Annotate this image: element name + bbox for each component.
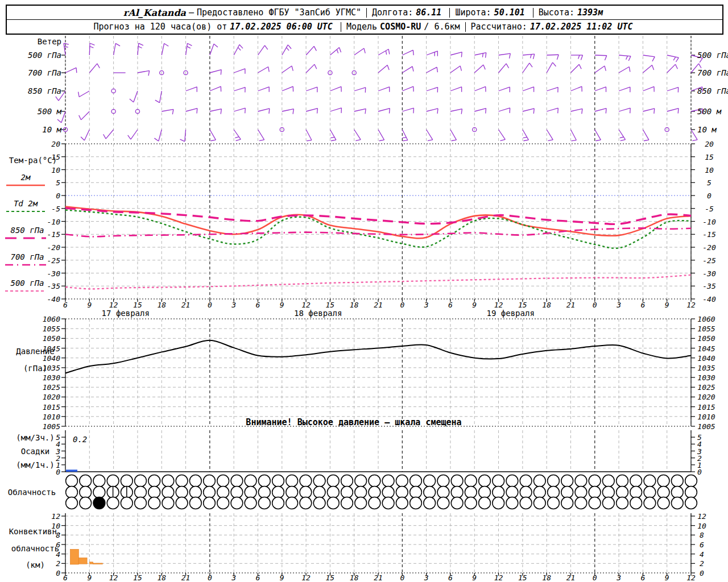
wind-barb-icon [210,109,222,111]
wind-barb-icon [378,49,388,56]
cloud-symbol-open [204,475,216,487]
hour-label: 3 [617,573,621,582]
wind-level-label-850hpa: 850 гПа [28,86,61,95]
wind-barb-icon [643,86,654,91]
wind-barb-icon [354,130,361,140]
cloud-symbol-open [66,497,78,509]
wind-barb-icon [402,130,408,140]
wind-barb-feather [81,137,84,140]
conv-axis-label: 8 [56,531,60,539]
wind-barb-icon [159,130,162,141]
precip-bar [66,469,77,472]
wind-barb-icon [402,108,413,111]
cloud-symbol-open [657,475,669,487]
cloud-symbol-open [479,497,491,509]
wind-barb-icon [427,130,433,140]
precip-units-3h: (мм/3ч.) [16,433,54,442]
wind-level-label-850hpa-right: 850 гПа [697,86,728,95]
wind-barb-icon [499,53,511,55]
wind-barb-feather [287,48,289,51]
wind-barb-icon [282,45,288,55]
cloud-symbol-open [506,487,518,498]
wind-barb-icon [354,48,364,55]
day-label: 18 февраля [294,309,342,318]
wind-level-label-500m-right: 500 м [697,107,721,116]
cloud-symbol-open [671,497,683,509]
conv-axis-label: 0 [700,569,704,577]
wind-barb-feather [365,109,366,114]
wind-barb-feather [115,43,120,46]
cloud-symbol-open [327,487,339,498]
cloud-symbol-open [204,487,216,498]
wind-barb-icon [234,44,239,55]
temp-axis-label: -5 [51,204,60,213]
wind-barb-icon [547,130,553,140]
wind-level-label-10m: 10 м [42,125,61,134]
hour-label: 9 [87,301,92,309]
wind-barb-icon [427,51,438,55]
wind-barb-icon [306,130,312,140]
wind-barb-icon [354,88,366,91]
wind-barb-icon [330,86,341,91]
cloud-symbol-open [396,475,408,487]
hour-label: 18 [542,301,551,309]
cloud-symbol-open [410,475,422,487]
cloud-symbol-open [548,487,560,498]
cloud-symbol-open [135,487,147,498]
cloud-symbol-open [231,497,243,509]
wind-barb-icon [402,50,413,55]
wind-barb-icon [160,91,162,103]
cloud-symbol-open [396,487,408,498]
cloud-symbol-open [533,487,545,498]
wind-barb-icon [474,86,486,91]
day-label: 19 февраля [487,309,535,318]
wind-barb-feather [269,109,270,114]
wind-barb-feather [317,109,318,114]
cloud-symbol-open [245,497,257,509]
temp-axis-label: -10 [702,217,715,226]
temp-axis-label: 15 [705,152,714,161]
wind-barb-feather [452,140,457,141]
wind-barb-icon [595,87,606,91]
wind-barb-feather [221,109,221,114]
wind-barb-feather [238,47,241,50]
wind-barb-feather [292,66,293,71]
wind-barb-icon [570,109,582,111]
cloud-symbol-open [479,475,491,487]
cloud-symbol-open [135,497,147,509]
wind-barb-icon [595,66,605,73]
wind-barb-feather [676,64,678,69]
cloud-symbol-open [644,487,656,498]
wind-barb-feather [630,108,631,113]
wind-barb-feather [164,43,169,46]
pressure-axis-label: 1015 [43,402,60,411]
wind-barb-feather [628,56,631,61]
hour-label: 0 [208,573,212,582]
cloud-symbol-open [258,497,270,509]
wind-barb-icon [84,130,89,140]
pressure-axis-label: 1025 [43,383,60,392]
wind-barb-feather [483,65,485,69]
wind-barb-feather [571,140,576,141]
hour-label: 21 [566,301,576,309]
wind-barb-icon [643,65,652,73]
cloud-symbol-open [189,497,201,509]
pressure-axis-label: 1030 [43,373,60,382]
wind-barb-feather [180,139,185,142]
cloud-symbol-open [451,487,463,498]
wind-barb-feather [654,109,655,114]
wind-barb-icon [427,67,437,73]
cloud-symbol-open [204,497,216,509]
wind-barb-feather [412,66,413,72]
wind-barb-icon [547,63,553,73]
wind-barb-feather [652,65,653,70]
wind-barb-feather [460,66,461,71]
wind-barb-icon [499,130,506,139]
conv-axis-label: 2 [56,559,60,568]
cloud-symbol-open [369,475,380,487]
cloud-symbol-open [313,487,325,498]
wind-barb-icon [79,91,89,97]
wind-barb-icon [547,55,559,55]
temp-2m-line-swatch [5,184,46,187]
pressure-axis-label: 1035 [43,363,60,372]
